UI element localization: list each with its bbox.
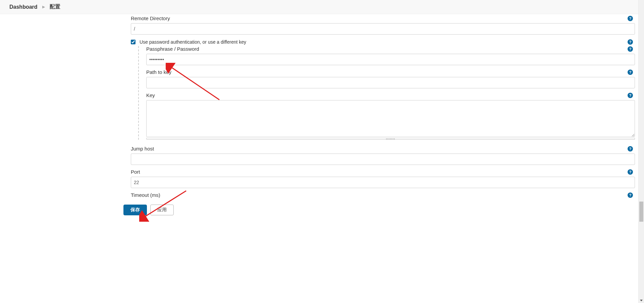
path-to-key-label: Path to key (146, 69, 171, 75)
port-label: Port (131, 169, 140, 175)
timeout-label: Timeout (ms) (131, 192, 160, 198)
remote-directory-label: Remote Directory (131, 15, 170, 21)
path-to-key-field: Path to key (146, 69, 635, 88)
apply-button[interactable]: 应用 (150, 205, 174, 215)
port-field: Port (131, 169, 635, 188)
help-icon[interactable] (628, 16, 633, 21)
remote-directory-field: Remote Directory (131, 14, 635, 35)
breadcrumb-root[interactable]: Dashboard (9, 4, 38, 10)
key-label: Key (146, 92, 155, 98)
use-password-auth-checkbox[interactable] (131, 40, 136, 44)
timeout-field: Timeout (ms) (131, 192, 635, 198)
help-icon[interactable] (628, 146, 633, 152)
jump-host-label: Jump host (131, 146, 154, 152)
save-button[interactable]: 保存 (123, 205, 147, 215)
page-scroll-area[interactable]: Dashboard ▶ 配置 Remote Directory (0, 0, 638, 303)
textarea-resize-handle[interactable] (146, 138, 635, 140)
button-bar: 保存 应用 (123, 205, 638, 215)
auth-indent-block: Passphrase / Password Path to key (138, 46, 635, 140)
jump-host-input[interactable] (131, 154, 635, 165)
use-password-auth-label: Use password authentication, or use a di… (140, 39, 246, 45)
key-field: Key (146, 92, 635, 140)
scrollbar-thumb[interactable] (639, 202, 643, 222)
remote-directory-input[interactable] (131, 23, 635, 35)
help-icon[interactable] (628, 39, 633, 45)
help-icon[interactable] (628, 192, 633, 198)
help-icon[interactable] (628, 93, 633, 98)
passphrase-field: Passphrase / Password (146, 46, 635, 65)
port-input[interactable] (131, 177, 635, 188)
key-textarea[interactable] (146, 100, 635, 137)
help-icon[interactable] (628, 46, 633, 52)
jump-host-field: Jump host (131, 146, 635, 165)
breadcrumb: Dashboard ▶ 配置 (0, 0, 638, 14)
path-to-key-input[interactable] (146, 77, 635, 88)
use-password-auth-row: Use password authentication, or use a di… (131, 39, 635, 45)
chevron-right-icon: ▶ (42, 5, 45, 9)
help-icon[interactable] (628, 169, 633, 175)
help-icon[interactable] (628, 70, 633, 75)
scroll-down-icon[interactable] (640, 300, 643, 301)
passphrase-label: Passphrase / Password (146, 46, 199, 52)
scroll-up-icon[interactable] (640, 2, 643, 3)
passphrase-input[interactable] (146, 54, 635, 65)
breadcrumb-current: 配置 (50, 3, 60, 10)
outer-scrollbar[interactable] (638, 0, 644, 303)
